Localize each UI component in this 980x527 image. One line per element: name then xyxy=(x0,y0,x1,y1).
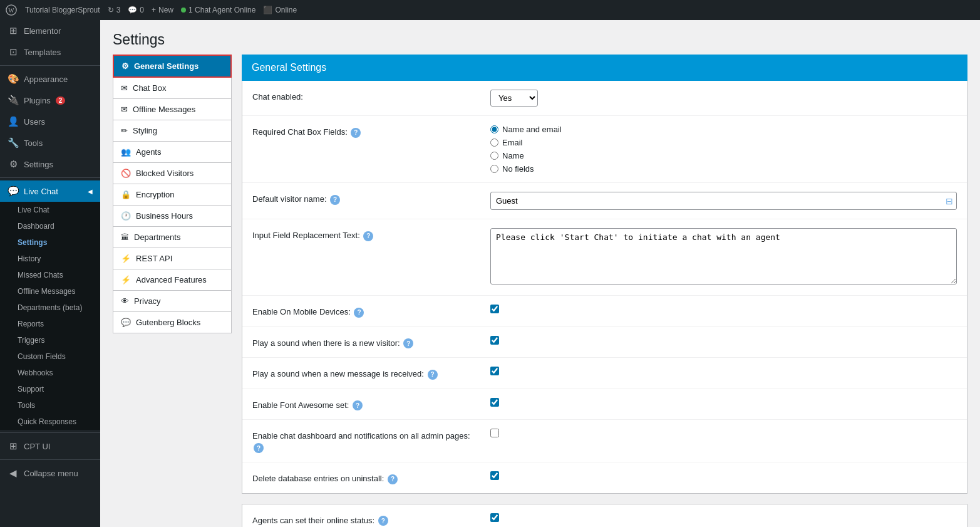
radio-name-input[interactable] xyxy=(490,152,498,160)
radio-no-fields-input[interactable] xyxy=(490,165,498,173)
radio-no-fields[interactable]: No fields xyxy=(490,164,957,174)
collapse-menu-button[interactable]: ◀ Collapse menu xyxy=(0,462,100,484)
submenu-tools[interactable]: Tools xyxy=(0,397,100,414)
required-fields-row: Required Chat Box Fields: ? Name and ema… xyxy=(242,116,967,183)
chat-enabled-label: Chat enabled: xyxy=(252,90,490,102)
nav-item-encryption[interactable]: 🔒 Encryption xyxy=(113,184,232,206)
submenu-dashboard[interactable]: Dashboard xyxy=(0,218,100,234)
nav-item-business-hours[interactable]: 🕐 Business Hours xyxy=(113,206,232,227)
submenu-reports[interactable]: Reports xyxy=(0,316,100,332)
radio-email-input[interactable] xyxy=(490,138,498,147)
sidebar-item-plugins[interactable]: 🔌 Plugins 2 xyxy=(0,90,100,111)
delete-db-entries-help-icon[interactable]: ? xyxy=(388,474,398,484)
nav-item-blocked-visitors[interactable]: 🚫 Blocked Visitors xyxy=(113,163,232,184)
wp-logo-icon[interactable]: W xyxy=(5,4,18,16)
site-name[interactable]: Tutorial BloggerSprout xyxy=(25,6,100,14)
nav-item-styling[interactable]: ✏ Styling xyxy=(113,120,232,142)
submenu-webhooks[interactable]: Webhooks xyxy=(0,365,100,381)
nav-item-agents[interactable]: 👥 Agents xyxy=(113,142,232,163)
agents-status-checkbox[interactable] xyxy=(490,513,499,522)
enable-mobile-checkbox-row xyxy=(490,305,957,313)
section-header: General Settings xyxy=(242,55,967,81)
nav-item-advanced-features[interactable]: ⚡ Advanced Features xyxy=(113,269,232,291)
submenu-settings[interactable]: Settings xyxy=(0,234,100,251)
nav-item-gutenberg-blocks[interactable]: 💬 Gutenberg Blocks xyxy=(113,312,232,333)
input-replacement-text-textarea[interactable]: Please click 'Start Chat' to initiate a … xyxy=(490,228,957,284)
required-fields-help-icon[interactable]: ? xyxy=(351,128,361,138)
chat-enabled-select[interactable]: Yes No xyxy=(490,90,538,107)
chat-dashboard-help-icon[interactable]: ? xyxy=(254,443,264,453)
default-visitor-name-label: Default visitor name: ? xyxy=(252,192,490,205)
settings-panel: Chat enabled: Yes No Required Chat Box F… xyxy=(242,81,967,494)
business-hours-nav-icon: 🕐 xyxy=(121,211,131,221)
radio-name-and-email[interactable]: Name and email xyxy=(490,125,957,134)
chat-enabled-row: Chat enabled: Yes No xyxy=(242,81,967,116)
enable-mobile-checkbox[interactable] xyxy=(490,305,499,313)
submenu-history[interactable]: History xyxy=(0,251,100,267)
submenu-offline-messages[interactable]: Offline Messages xyxy=(0,283,100,300)
sound-new-visitor-checkbox[interactable] xyxy=(490,336,499,345)
templates-icon: ⊡ xyxy=(8,46,19,58)
plugins-icon: 🔌 xyxy=(8,95,19,106)
sound-new-message-checkbox[interactable] xyxy=(490,367,499,375)
default-visitor-name-input[interactable] xyxy=(490,192,957,210)
updates-count[interactable]: ↻ 3 xyxy=(108,6,121,14)
live-chat-icon: 💬 xyxy=(8,185,19,197)
chat-dashboard-checkbox[interactable] xyxy=(490,429,499,437)
enable-mobile-row: Enable On Mobile Devices: ? xyxy=(242,296,967,327)
encryption-nav-icon: 🔒 xyxy=(121,190,131,199)
enable-mobile-help-icon[interactable]: ? xyxy=(354,308,364,318)
advanced-features-nav-icon: ⚡ xyxy=(121,275,131,284)
submenu-quick-responses[interactable]: Quick Responses xyxy=(0,414,100,430)
sound-new-message-help-icon[interactable]: ? xyxy=(428,370,438,380)
main-content: Settings ⚙ General Settings ✉ Chat Box ✉… xyxy=(100,20,980,527)
nav-item-offline-messages[interactable]: ✉ Offline Messages xyxy=(113,99,232,120)
sound-new-message-control xyxy=(490,367,957,375)
sidebar-item-templates[interactable]: ⊡ Templates xyxy=(0,41,100,63)
sidebar-item-appearance[interactable]: 🎨 Appearance xyxy=(0,68,100,90)
content-area: ⚙ General Settings ✉ Chat Box ✉ Offline … xyxy=(100,55,980,527)
gutenberg-blocks-nav-icon: 💬 xyxy=(121,318,131,327)
settings-icon: ⚙ xyxy=(8,159,19,170)
submenu-missed-chats[interactable]: Missed Chats xyxy=(0,267,100,283)
default-visitor-name-reset-button[interactable]: ⊟ xyxy=(946,196,953,206)
wp-sidebar: ⊞ Elementor ⊡ Templates 🎨 Appearance 🔌 P… xyxy=(0,20,100,527)
radio-email[interactable]: Email xyxy=(490,138,957,147)
agents-status-help-icon[interactable]: ? xyxy=(378,516,388,526)
sidebar-item-live-chat[interactable]: 💬 Live Chat ◀ xyxy=(0,180,100,202)
submenu-live-chat[interactable]: Live Chat xyxy=(0,202,100,218)
chat-dashboard-control xyxy=(490,429,957,437)
nav-item-chat-box[interactable]: ✉ Chat Box xyxy=(113,78,232,99)
submenu-custom-fields[interactable]: Custom Fields xyxy=(0,348,100,365)
radio-name-and-email-input[interactable] xyxy=(490,125,498,133)
radio-name[interactable]: Name xyxy=(490,151,957,160)
nav-item-privacy[interactable]: 👁 Privacy xyxy=(113,291,232,312)
online-status[interactable]: ⬛ Online xyxy=(263,6,297,14)
elementor-icon: ⊞ xyxy=(8,25,19,36)
font-awesome-checkbox[interactable] xyxy=(490,398,499,407)
general-settings-nav-icon: ⚙ xyxy=(121,61,129,71)
sidebar-item-users[interactable]: 👤 Users xyxy=(0,111,100,132)
nav-item-departments[interactable]: 🏛 Departments xyxy=(113,227,232,248)
sidebar-item-settings[interactable]: ⚙ Settings xyxy=(0,154,100,175)
font-awesome-help-icon[interactable]: ? xyxy=(353,400,363,410)
submenu-departments-beta[interactable]: Departments (beta) xyxy=(0,300,100,316)
submenu-triggers[interactable]: Triggers xyxy=(0,332,100,348)
input-replacement-text-help-icon[interactable]: ? xyxy=(363,231,373,241)
delete-db-entries-label: Delete database entries on uninstall: ? xyxy=(252,471,490,484)
nav-item-rest-api[interactable]: ⚡ REST API xyxy=(113,248,232,269)
comments-count[interactable]: 💬 0 xyxy=(128,6,144,14)
nav-item-general-settings[interactable]: ⚙ General Settings xyxy=(113,55,232,78)
agent-status: 1 Chat Agent Online xyxy=(181,6,255,14)
submenu-support[interactable]: Support xyxy=(0,381,100,397)
new-button[interactable]: + New xyxy=(152,6,173,14)
default-visitor-name-help-icon[interactable]: ? xyxy=(330,195,340,205)
page-title: Settings xyxy=(113,31,967,48)
delete-db-entries-checkbox[interactable] xyxy=(490,471,499,480)
appearance-icon: 🎨 xyxy=(8,73,19,85)
sound-new-visitor-help-icon[interactable]: ? xyxy=(403,338,413,348)
sidebar-item-tools[interactable]: 🔧 Tools xyxy=(0,132,100,154)
settings-nav: ⚙ General Settings ✉ Chat Box ✉ Offline … xyxy=(113,55,232,527)
sidebar-item-elementor[interactable]: ⊞ Elementor xyxy=(0,20,100,41)
sidebar-item-cpt-ui[interactable]: ⊞ CPT UI xyxy=(0,436,100,457)
